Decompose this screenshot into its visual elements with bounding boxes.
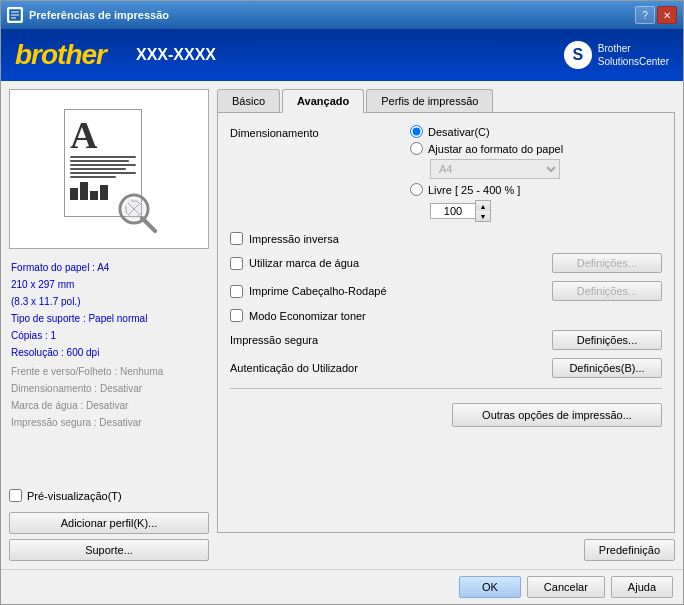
economizar-label[interactable]: Modo Economizar toner — [249, 310, 366, 322]
dimensionamento-section: Dimensionamento Desativar(C) Ajustar ao … — [230, 125, 662, 222]
cabecalho-label[interactable]: Imprime Cabeçalho-Rodapé — [249, 285, 387, 297]
definicoes-cabecalho-button[interactable]: Definições... — [552, 281, 662, 301]
model-name: XXX-XXXX — [136, 46, 216, 64]
title-bar: Preferências de impressão ? ✕ — [1, 1, 683, 29]
header-bar: brother XXX-XXXX S Brother SolutionsCent… — [1, 29, 683, 81]
tab-perfis[interactable]: Perfis de impressão — [366, 89, 493, 112]
marca-agua-row: Utilizar marca de água Definições... — [230, 253, 662, 273]
impressao-segura-row: Impressão segura Definições... — [230, 330, 662, 350]
radio-ajustar-label[interactable]: Ajustar ao formato do papel — [428, 143, 563, 155]
radio-livre-label[interactable]: Livre [ 25 - 400 % ] — [428, 184, 520, 196]
outras-opcoes-button[interactable]: Outras opções de impressão... — [452, 403, 662, 427]
separator — [230, 388, 662, 389]
impressao-inversa-checkbox[interactable] — [230, 232, 243, 245]
preview-line-2 — [70, 160, 129, 162]
autenticacao-row: Autenticação do Utilizador Definições(B)… — [230, 358, 662, 378]
radio-desativar-label[interactable]: Desativar(C) — [428, 126, 490, 138]
preview-line-6 — [70, 176, 116, 178]
solutions-text: Brother SolutionsCenter — [598, 42, 669, 68]
radio-desativar-row: Desativar(C) — [410, 125, 662, 138]
spinbox-buttons: ▲ ▼ — [475, 200, 491, 222]
paper-size-select[interactable]: A4 — [430, 159, 560, 179]
spinbox-down[interactable]: ▼ — [476, 211, 490, 221]
tabs: Básico Avançado Perfis de impressão — [217, 89, 675, 113]
spinbox-up[interactable]: ▲ — [476, 201, 490, 211]
main-window: Preferências de impressão ? ✕ brother XX… — [0, 0, 684, 605]
pre-visualizacao-label[interactable]: Pré-visualização(T) — [27, 490, 122, 502]
spinbox-row: ▲ ▼ — [430, 200, 662, 222]
predefinicao-button[interactable]: Predefinição — [584, 539, 675, 561]
preview-letter: A — [70, 116, 136, 154]
svg-line-10 — [142, 218, 155, 231]
info-copias: Cópias : 1 — [11, 327, 207, 344]
autenticacao-label-row: Autenticação do Utilizador — [230, 362, 552, 374]
chart-bar-1 — [70, 188, 78, 200]
preview-content: A — [64, 109, 154, 229]
dimensionamento-label: Dimensionamento — [230, 125, 410, 139]
dimensionamento-controls: Desativar(C) Ajustar ao formato do papel… — [410, 125, 662, 222]
chart-bar-4 — [100, 185, 108, 200]
info-tipo: Tipo de suporte : Papel normal — [11, 310, 207, 327]
radio-livre-row: Livre [ 25 - 400 % ] — [410, 183, 662, 196]
right-panel: Básico Avançado Perfis de impressão Dime… — [217, 89, 675, 561]
window-title: Preferências de impressão — [29, 9, 635, 21]
brother-logo: brother — [15, 39, 106, 71]
info-dimensoes: 210 x 297 mm — [11, 276, 207, 293]
title-bar-buttons: ? ✕ — [635, 6, 677, 24]
info-frente: Frente e verso/Folheto : Nenhuma — [11, 363, 207, 380]
info-impressao-segura: Impressão segura : Desativar — [11, 414, 207, 431]
marca-agua-label-row: Utilizar marca de água — [230, 257, 552, 270]
magnifier-icon — [116, 191, 158, 233]
info-formato: Formato do papel : A4 — [11, 259, 207, 276]
ok-button[interactable]: OK — [459, 576, 521, 598]
help-button[interactable]: ? — [635, 6, 655, 24]
suporte-button[interactable]: Suporte... — [9, 539, 209, 561]
marca-agua-checkbox[interactable] — [230, 257, 243, 270]
preview-box: A — [9, 89, 209, 249]
preview-line-3 — [70, 164, 136, 166]
spinbox-input[interactable] — [430, 203, 475, 219]
impressao-inversa-label[interactable]: Impressão inversa — [249, 233, 339, 245]
solutions-icon: S — [564, 41, 592, 69]
definicoes-marca-button[interactable]: Definições... — [552, 253, 662, 273]
window-icon — [7, 7, 23, 23]
footer: OK Cancelar Ajuda — [1, 569, 683, 604]
close-button[interactable]: ✕ — [657, 6, 677, 24]
cabecalho-label-row: Imprime Cabeçalho-Rodapé — [230, 285, 552, 298]
tab-avancado[interactable]: Avançado — [282, 89, 364, 113]
economizar-row: Modo Economizar toner — [230, 309, 662, 322]
cancel-button[interactable]: Cancelar — [527, 576, 605, 598]
chart-bar-3 — [90, 191, 98, 200]
adicionar-perfil-button[interactable]: Adicionar perfil(K)... — [9, 512, 209, 534]
info-dimensoes2: (8.3 x 11.7 pol.) — [11, 293, 207, 310]
economizar-checkbox[interactable] — [230, 309, 243, 322]
bottom-left-buttons: Adicionar perfil(K)... Suporte... — [9, 512, 209, 561]
radio-ajustar-row: Ajustar ao formato do papel — [410, 142, 662, 155]
impressao-segura-label: Impressão segura — [230, 334, 318, 346]
info-panel: Formato do papel : A4 210 x 297 mm (8.3 … — [9, 255, 209, 435]
definicoes-autenticacao-button[interactable]: Definições(B)... — [552, 358, 662, 378]
cabecalho-checkbox[interactable] — [230, 285, 243, 298]
help-button-footer[interactable]: Ajuda — [611, 576, 673, 598]
tab-content-avancado: Dimensionamento Desativar(C) Ajustar ao … — [217, 113, 675, 533]
marca-agua-label[interactable]: Utilizar marca de água — [249, 257, 359, 269]
preview-line-4 — [70, 168, 126, 170]
info-dimensionamento: Dimensionamento : Desativar — [11, 380, 207, 397]
autenticacao-label: Autenticação do Utilizador — [230, 362, 358, 374]
tab-basico[interactable]: Básico — [217, 89, 280, 112]
cabecalho-row: Imprime Cabeçalho-Rodapé Definições... — [230, 281, 662, 301]
main-content: A — [1, 81, 683, 569]
radio-ajustar[interactable] — [410, 142, 423, 155]
pre-visualizacao-row: Pré-visualização(T) — [9, 485, 209, 506]
paper-select-row: A4 — [430, 159, 662, 179]
definicoes-impressao-button[interactable]: Definições... — [552, 330, 662, 350]
pre-visualizacao-checkbox[interactable] — [9, 489, 22, 502]
info-marca: Marca de água : Desativar — [11, 397, 207, 414]
spinbox: ▲ ▼ — [430, 200, 491, 222]
radio-livre[interactable] — [410, 183, 423, 196]
predefinicao-row: Predefinição — [217, 533, 675, 561]
solutions-center: S Brother SolutionsCenter — [564, 41, 669, 69]
chart-bar-2 — [80, 182, 88, 200]
impressao-segura-label-row: Impressão segura — [230, 334, 552, 346]
radio-desativar[interactable] — [410, 125, 423, 138]
